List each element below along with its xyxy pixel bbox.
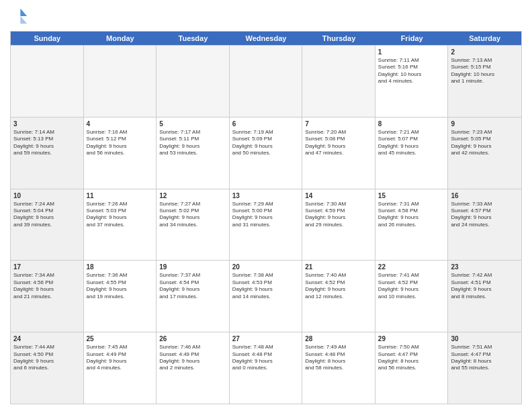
- cal-cell: 12Sunrise: 7:27 AM Sunset: 5:02 PM Dayli…: [157, 189, 230, 261]
- cell-info: Sunrise: 7:21 AM Sunset: 5:07 PM Dayligh…: [378, 129, 445, 157]
- cell-info: Sunrise: 7:24 AM Sunset: 5:04 PM Dayligh…: [13, 201, 81, 229]
- cell-info: Sunrise: 7:30 AM Sunset: 4:59 PM Dayligh…: [305, 201, 372, 229]
- logo: [10, 7, 32, 26]
- cal-cell: [11, 46, 84, 117]
- cell-info: Sunrise: 7:41 AM Sunset: 4:52 PM Dayligh…: [378, 272, 445, 300]
- day-number: 27: [232, 334, 300, 343]
- cal-cell: 20Sunrise: 7:38 AM Sunset: 4:53 PM Dayli…: [230, 261, 303, 332]
- logo-icon: [10, 7, 29, 26]
- cal-cell: 9Sunrise: 7:23 AM Sunset: 5:05 PM Daylig…: [448, 118, 521, 189]
- cell-info: Sunrise: 7:13 AM Sunset: 5:15 PM Dayligh…: [451, 57, 519, 85]
- day-number: 12: [159, 191, 226, 200]
- day-number: 18: [87, 263, 154, 271]
- page: SundayMondayTuesdayWednesdayThursdayFrid…: [0, 0, 532, 411]
- cal-row-1: 3Sunrise: 7:14 AM Sunset: 5:13 PM Daylig…: [11, 117, 521, 189]
- day-number: 17: [13, 263, 81, 271]
- cell-info: Sunrise: 7:38 AM Sunset: 4:53 PM Dayligh…: [232, 272, 300, 300]
- weekday-header-thursday: Thursday: [302, 32, 375, 45]
- day-number: 16: [451, 191, 519, 200]
- cell-info: Sunrise: 7:45 AM Sunset: 4:49 PM Dayligh…: [87, 344, 154, 372]
- cal-cell: 7Sunrise: 7:20 AM Sunset: 5:08 PM Daylig…: [302, 118, 375, 189]
- cell-info: Sunrise: 7:11 AM Sunset: 5:16 PM Dayligh…: [378, 57, 445, 85]
- cal-cell: 8Sunrise: 7:21 AM Sunset: 5:07 PM Daylig…: [375, 118, 449, 189]
- cell-info: Sunrise: 7:17 AM Sunset: 5:11 PM Dayligh…: [159, 129, 226, 157]
- cal-cell: 14Sunrise: 7:30 AM Sunset: 4:59 PM Dayli…: [302, 189, 375, 261]
- cal-cell: 25Sunrise: 7:45 AM Sunset: 4:49 PM Dayli…: [84, 332, 157, 404]
- day-number: 9: [451, 120, 519, 128]
- cal-cell: 15Sunrise: 7:31 AM Sunset: 4:58 PM Dayli…: [375, 189, 449, 261]
- cal-row-4: 24Sunrise: 7:44 AM Sunset: 4:50 PM Dayli…: [11, 332, 521, 404]
- cal-cell: 29Sunrise: 7:50 AM Sunset: 4:47 PM Dayli…: [375, 332, 449, 404]
- cell-info: Sunrise: 7:48 AM Sunset: 4:48 PM Dayligh…: [232, 344, 300, 372]
- calendar: SundayMondayTuesdayWednesdayThursdayFrid…: [10, 31, 522, 404]
- cell-info: Sunrise: 7:50 AM Sunset: 4:47 PM Dayligh…: [378, 344, 445, 372]
- cal-cell: 13Sunrise: 7:29 AM Sunset: 5:00 PM Dayli…: [230, 189, 303, 261]
- weekday-header-tuesday: Tuesday: [157, 32, 230, 45]
- cal-cell: 19Sunrise: 7:37 AM Sunset: 4:54 PM Dayli…: [157, 261, 230, 332]
- day-number: 13: [232, 191, 300, 200]
- cell-info: Sunrise: 7:26 AM Sunset: 5:03 PM Dayligh…: [87, 201, 154, 229]
- cell-info: Sunrise: 7:44 AM Sunset: 4:50 PM Dayligh…: [13, 344, 81, 372]
- cal-cell: 26Sunrise: 7:46 AM Sunset: 4:49 PM Dayli…: [157, 332, 230, 404]
- cal-cell: 23Sunrise: 7:42 AM Sunset: 4:51 PM Dayli…: [448, 261, 521, 332]
- day-number: 5: [159, 120, 226, 128]
- cal-cell: 17Sunrise: 7:34 AM Sunset: 4:56 PM Dayli…: [11, 261, 84, 332]
- weekday-header-sunday: Sunday: [11, 32, 84, 45]
- day-number: 29: [378, 334, 445, 343]
- cal-cell: 22Sunrise: 7:41 AM Sunset: 4:52 PM Dayli…: [375, 261, 449, 332]
- calendar-header: SundayMondayTuesdayWednesdayThursdayFrid…: [11, 32, 521, 45]
- day-number: 24: [13, 334, 81, 343]
- cell-info: Sunrise: 7:51 AM Sunset: 4:47 PM Dayligh…: [451, 344, 519, 372]
- cal-row-0: 1Sunrise: 7:11 AM Sunset: 5:16 PM Daylig…: [11, 45, 521, 117]
- cal-cell: [157, 46, 230, 117]
- cell-info: Sunrise: 7:14 AM Sunset: 5:13 PM Dayligh…: [13, 129, 81, 157]
- day-number: 22: [378, 263, 445, 271]
- day-number: 28: [305, 334, 372, 343]
- cal-cell: 18Sunrise: 7:36 AM Sunset: 4:55 PM Dayli…: [84, 261, 157, 332]
- weekday-header-friday: Friday: [375, 32, 449, 45]
- cal-cell: 16Sunrise: 7:33 AM Sunset: 4:57 PM Dayli…: [448, 189, 521, 261]
- day-number: 8: [378, 120, 445, 128]
- cell-info: Sunrise: 7:31 AM Sunset: 4:58 PM Dayligh…: [378, 201, 445, 229]
- cell-info: Sunrise: 7:19 AM Sunset: 5:09 PM Dayligh…: [232, 129, 300, 157]
- weekday-header-monday: Monday: [84, 32, 157, 45]
- cell-info: Sunrise: 7:23 AM Sunset: 5:05 PM Dayligh…: [451, 129, 519, 157]
- cell-info: Sunrise: 7:36 AM Sunset: 4:55 PM Dayligh…: [87, 272, 154, 300]
- day-number: 23: [451, 263, 519, 271]
- cell-info: Sunrise: 7:46 AM Sunset: 4:49 PM Dayligh…: [159, 344, 226, 372]
- day-number: 3: [13, 120, 81, 128]
- cal-cell: 3Sunrise: 7:14 AM Sunset: 5:13 PM Daylig…: [11, 118, 84, 189]
- cal-cell: 4Sunrise: 7:16 AM Sunset: 5:12 PM Daylig…: [84, 118, 157, 189]
- svg-marker-1: [20, 16, 27, 24]
- cal-row-2: 10Sunrise: 7:24 AM Sunset: 5:04 PM Dayli…: [11, 189, 521, 261]
- day-number: 2: [451, 48, 519, 56]
- day-number: 19: [159, 263, 226, 271]
- cell-info: Sunrise: 7:49 AM Sunset: 4:48 PM Dayligh…: [305, 344, 372, 372]
- day-number: 21: [305, 263, 372, 271]
- day-number: 26: [159, 334, 226, 343]
- day-number: 15: [378, 191, 445, 200]
- cal-cell: 11Sunrise: 7:26 AM Sunset: 5:03 PM Dayli…: [84, 189, 157, 261]
- cell-info: Sunrise: 7:27 AM Sunset: 5:02 PM Dayligh…: [159, 201, 226, 229]
- day-number: 14: [305, 191, 372, 200]
- weekday-header-saturday: Saturday: [448, 32, 521, 45]
- day-number: 25: [87, 334, 154, 343]
- cal-cell: 28Sunrise: 7:49 AM Sunset: 4:48 PM Dayli…: [302, 332, 375, 404]
- day-number: 30: [451, 334, 519, 343]
- day-number: 6: [232, 120, 300, 128]
- cal-cell: [230, 46, 303, 117]
- day-number: 10: [13, 191, 81, 200]
- day-number: 7: [305, 120, 372, 128]
- cal-row-3: 17Sunrise: 7:34 AM Sunset: 4:56 PM Dayli…: [11, 260, 521, 332]
- cell-info: Sunrise: 7:42 AM Sunset: 4:51 PM Dayligh…: [451, 272, 519, 300]
- cell-info: Sunrise: 7:33 AM Sunset: 4:57 PM Dayligh…: [451, 201, 519, 229]
- cell-info: Sunrise: 7:20 AM Sunset: 5:08 PM Dayligh…: [305, 129, 372, 157]
- cal-cell: 2Sunrise: 7:13 AM Sunset: 5:15 PM Daylig…: [448, 46, 521, 117]
- cell-info: Sunrise: 7:16 AM Sunset: 5:12 PM Dayligh…: [87, 129, 154, 157]
- day-number: 4: [87, 120, 154, 128]
- cal-cell: 10Sunrise: 7:24 AM Sunset: 5:04 PM Dayli…: [11, 189, 84, 261]
- weekday-header-wednesday: Wednesday: [230, 32, 303, 45]
- svg-marker-0: [20, 9, 27, 16]
- cal-cell: 1Sunrise: 7:11 AM Sunset: 5:16 PM Daylig…: [375, 46, 449, 117]
- header: [10, 7, 522, 26]
